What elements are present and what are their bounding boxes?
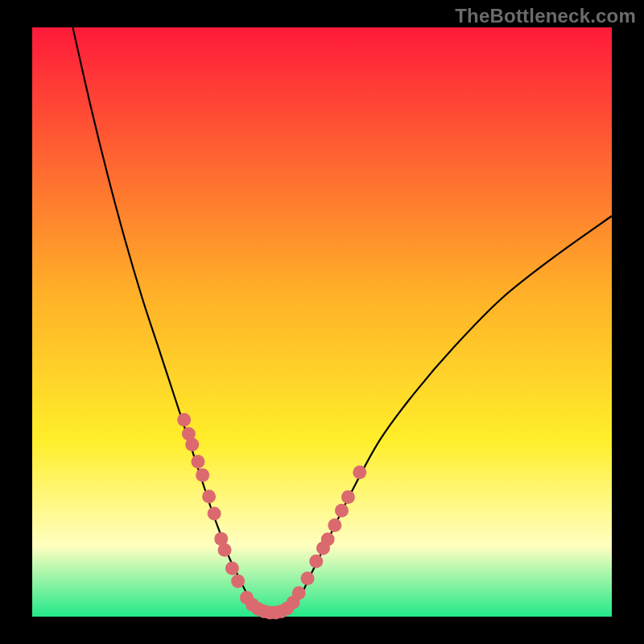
- highlight-dot: [328, 518, 341, 532]
- highlight-dot: [225, 561, 239, 575]
- highlight-dot: [353, 465, 366, 479]
- chart-svg: [0, 0, 644, 644]
- highlight-dot: [309, 555, 323, 568]
- highlight-dot: [202, 489, 216, 503]
- highlight-dot: [185, 438, 199, 452]
- highlight-dot: [196, 469, 209, 482]
- highlight-dot: [231, 575, 245, 588]
- highlight-dot: [292, 586, 306, 600]
- highlight-dot: [218, 543, 232, 557]
- highlight-dot: [177, 413, 191, 427]
- highlight-dot: [335, 504, 349, 518]
- highlight-dot: [301, 572, 315, 585]
- bottleneck-chart: TheBottleneck.com: [0, 0, 644, 644]
- highlight-dot: [341, 490, 355, 504]
- watermark-text: TheBottleneck.com: [455, 5, 636, 27]
- highlight-dot: [191, 455, 204, 469]
- highlight-dot: [321, 533, 335, 547]
- highlight-dot: [208, 506, 221, 520]
- plot-area: [32, 27, 612, 617]
